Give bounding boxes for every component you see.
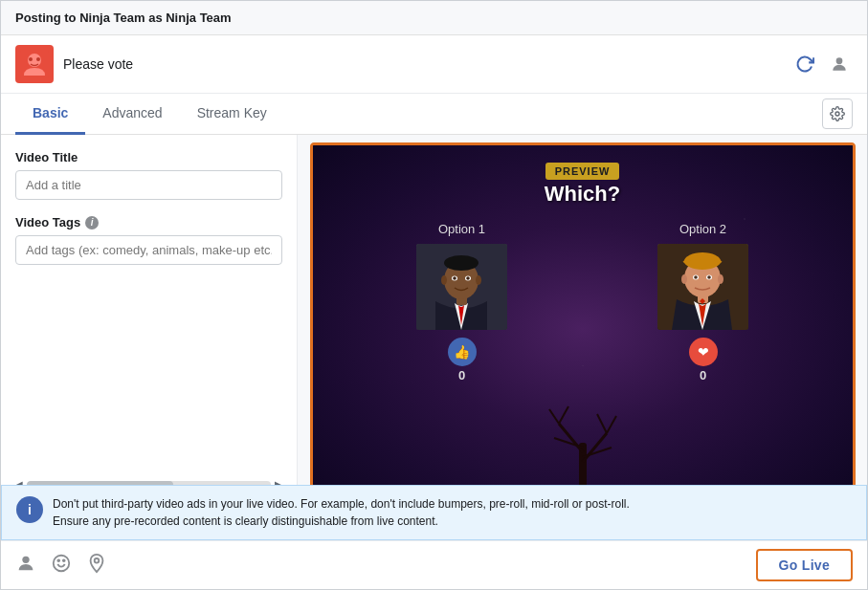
svg-point-2 [29,57,33,61]
preview-bg: PREVIEW Which? Option 1 [313,145,853,485]
svg-point-24 [681,274,687,284]
scrollbar-area: ◀ ▶ [15,471,282,485]
emoji-icon[interactable] [51,553,72,579]
tab-stream-key[interactable]: Stream Key [180,94,284,135]
tabs-row: Basic Advanced Stream Key [1,94,867,135]
tab-advanced[interactable]: Advanced [85,94,179,135]
settings-button[interactable] [822,98,853,129]
icon-buttons [791,51,853,77]
svg-point-38 [57,559,59,561]
right-panel: PREVIEW Which? Option 1 [298,135,867,485]
info-banner-text: Don't put third-party video ads in your … [53,495,630,530]
svg-point-37 [54,555,70,571]
svg-line-32 [549,409,559,424]
tree-silhouette [545,395,621,485]
location-icon[interactable] [86,553,107,579]
left-panel: Video Title Video Tags i ◀ ▶ [1,135,298,485]
svg-line-35 [597,414,607,433]
svg-line-28 [559,424,583,452]
info-banner: i Don't put third-party video ads in you… [1,485,867,540]
info-banner-icon: i [16,496,43,523]
refresh-button[interactable] [791,51,818,77]
svg-point-9 [444,255,479,271]
svg-point-5 [835,112,839,116]
svg-line-34 [607,416,616,433]
svg-point-36 [22,556,29,562]
footer-icons [15,553,107,579]
option1-photo [416,244,507,330]
video-title-group: Video Title [15,150,282,200]
footer-bar: Go Live [1,540,867,589]
svg-line-31 [583,448,612,457]
go-live-button[interactable]: Go Live [756,549,853,581]
svg-point-39 [63,559,65,561]
svg-point-15 [476,275,481,285]
option2-photo [657,244,748,330]
svg-point-22 [694,275,698,279]
svg-point-25 [718,274,723,284]
content-area: Video Title Video Tags i ◀ ▶ [1,135,867,485]
svg-point-13 [466,276,470,280]
svg-point-4 [836,57,843,64]
profile-name: Please vote [63,56,791,72]
header-title: Posting to Ninja Team as Ninja Team [15,11,232,25]
preview-container: PREVIEW Which? Option 1 [310,142,856,485]
video-tags-input[interactable] [15,235,282,265]
svg-point-3 [36,57,40,61]
video-tags-group: Video Tags i [15,215,282,265]
svg-point-19 [684,252,721,270]
svg-line-30 [554,438,583,448]
tab-basic[interactable]: Basic [15,94,85,135]
tags-info-icon[interactable]: i [85,216,99,229]
svg-point-14 [441,275,447,285]
header-bar: Posting to Ninja Team as Ninja Team [1,1,867,35]
account-button[interactable] [826,51,853,77]
svg-point-12 [453,276,456,280]
main-container: Posting to Ninja Team as Ninja Team Plea… [0,0,868,590]
svg-point-40 [95,557,100,562]
video-title-label: Video Title [15,150,282,164]
person-icon[interactable] [15,553,36,579]
avatar [15,45,54,83]
video-title-input[interactable] [15,170,282,200]
profile-row: Please vote [1,35,867,94]
svg-line-33 [559,406,568,424]
video-tags-label: Video Tags i [15,215,282,229]
svg-point-23 [707,275,711,279]
